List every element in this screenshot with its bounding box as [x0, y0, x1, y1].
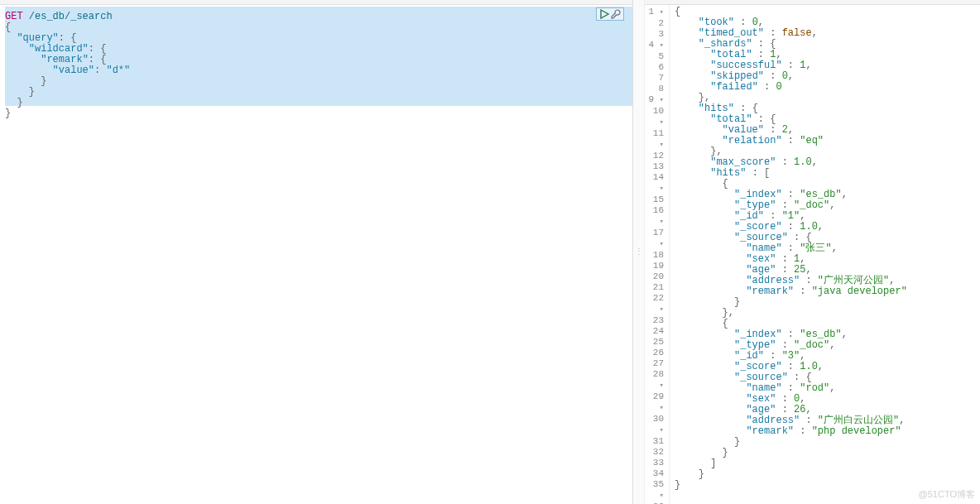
fold-toggle-icon[interactable]: ▾	[660, 382, 664, 390]
line-number: 4 ▾	[645, 40, 664, 51]
drag-handle-icon: ⋮	[635, 251, 643, 254]
watermark: @51CTO博客	[919, 488, 975, 501]
line-number: 11 ▾	[645, 128, 664, 151]
line-number: 5	[645, 51, 664, 62]
line-number: 25	[645, 337, 664, 348]
line-number: 16 ▾	[645, 205, 664, 228]
fold-toggle-icon[interactable]: ▾	[660, 118, 664, 127]
http-method: GET	[5, 11, 23, 22]
line-number: 32	[645, 447, 664, 458]
line-gutter: 1 ▾234 ▾56789 ▾10 ▾11 ▾121314 ▾1516 ▾17 …	[645, 5, 670, 504]
line-number: 12	[645, 151, 664, 161]
line-number: 10 ▾	[645, 106, 664, 128]
fold-toggle-icon[interactable]: ▾	[660, 426, 664, 434]
line-number: 8	[645, 84, 664, 94]
fold-toggle-icon[interactable]: ▾	[660, 185, 664, 193]
line-number: 19	[645, 261, 664, 271]
fold-toggle-icon[interactable]: ▾	[660, 240, 664, 248]
run-query-icon[interactable]	[599, 9, 609, 19]
fold-toggle-icon[interactable]: ▾	[660, 404, 664, 412]
line-number: 30 ▾	[645, 414, 664, 436]
line-number: 23	[645, 315, 664, 326]
response-viewer[interactable]: { "took" : 0, "timed_out" : false, "_sha…	[670, 5, 980, 504]
key-query: "query"	[17, 32, 58, 44]
line-number: 17 ▾	[645, 228, 664, 250]
line-number: 18	[645, 250, 664, 261]
svg-marker-0	[601, 10, 608, 18]
fold-toggle-icon[interactable]: ▾	[660, 218, 664, 226]
response-line: }	[675, 469, 975, 480]
val-value: "d*"	[106, 65, 130, 76]
fold-toggle-icon[interactable]: ▾	[660, 305, 664, 314]
line-number: 14 ▾	[645, 172, 664, 194]
line-number: 34	[645, 468, 664, 479]
line-number: 28 ▾	[645, 369, 664, 391]
line-number: 24	[645, 326, 664, 337]
request-action-buttons	[596, 7, 624, 21]
line-number: 26	[645, 348, 664, 358]
response-line: ]	[675, 458, 975, 469]
line-number: 33	[645, 458, 664, 468]
key-value: "value"	[53, 65, 94, 76]
line-number: 35 ▾	[645, 479, 664, 502]
line-number: 6	[645, 62, 664, 73]
line-number: 2	[645, 18, 664, 29]
line-number: 7	[645, 73, 664, 84]
fold-toggle-icon[interactable]: ▾	[660, 8, 664, 17]
line-number: 3	[645, 29, 664, 40]
line-number: 22 ▾	[645, 293, 664, 315]
line-number: 1 ▾	[645, 7, 664, 18]
key-remark: "remark"	[41, 54, 89, 65]
fold-toggle-icon[interactable]: ▾	[660, 41, 664, 50]
key-wildcard: "wildcard"	[29, 43, 89, 55]
line-number: 20	[645, 271, 664, 282]
wrench-icon[interactable]	[611, 9, 621, 19]
response-line: "failed" : 0	[675, 82, 975, 93]
line-number: 31	[645, 436, 664, 447]
response-pane: 1 ▾234 ▾56789 ▾10 ▾11 ▾121314 ▾1516 ▾17 …	[645, 0, 980, 504]
fold-toggle-icon[interactable]: ▾	[660, 96, 664, 104]
line-number: 15	[645, 194, 664, 205]
fold-toggle-icon[interactable]: ▾	[660, 492, 664, 500]
fold-toggle-icon[interactable]: ▾	[660, 141, 664, 149]
line-number: 21	[645, 282, 664, 293]
line-number: 27	[645, 358, 664, 369]
line-number: 13	[645, 161, 664, 172]
line-number: 9 ▾	[645, 94, 664, 106]
response-line: }	[675, 448, 975, 458]
request-path: /es_db/_search	[29, 11, 113, 22]
pane-divider[interactable]: ⋮	[633, 0, 645, 504]
line-number: 29 ▾	[645, 391, 664, 414]
request-pane[interactable]: GET /es_db/_search { "query": { "wildcar…	[0, 0, 633, 504]
request-editor[interactable]: GET /es_db/_search { "query": { "wildcar…	[0, 5, 632, 126]
